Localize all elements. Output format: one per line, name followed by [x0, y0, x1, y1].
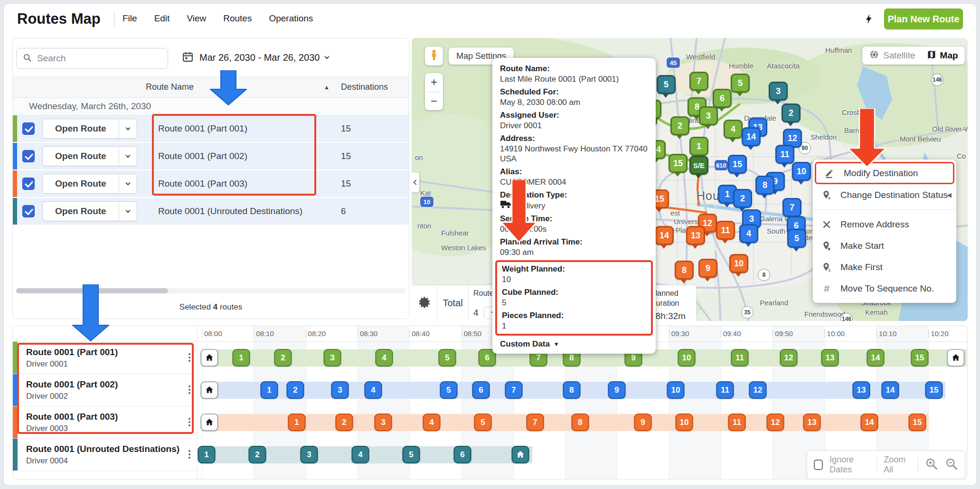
stop-home[interactable] [947, 349, 965, 367]
stop-4[interactable]: 4 [365, 381, 382, 399]
stop-15[interactable]: 15 [909, 414, 926, 431]
menu-item-change-destination-status[interactable]: sChange Destination Status◀ [813, 184, 956, 206]
map-marker-2[interactable]: 2 [670, 116, 689, 135]
horizontal-scrollbar[interactable] [16, 288, 405, 293]
open-route-button[interactable]: Open Route [43, 174, 119, 193]
stop-10[interactable]: 10 [678, 349, 696, 367]
plan-new-route-button[interactable]: Plan New Route [884, 9, 963, 29]
map-marker-4[interactable]: 4 [724, 120, 743, 139]
open-route-dropdown[interactable] [119, 119, 137, 138]
zoom-out-button[interactable]: − [425, 92, 443, 111]
map-marker-6[interactable]: 6 [713, 89, 732, 108]
menu-item-file[interactable]: File [122, 13, 137, 24]
menu-item-edit[interactable]: Edit [154, 13, 170, 24]
map-marker-2[interactable]: 2 [733, 189, 752, 208]
stop-11[interactable]: 11 [731, 349, 749, 367]
stop-5[interactable]: 5 [474, 414, 492, 431]
summary-settings-button[interactable] [412, 285, 437, 321]
stop-1[interactable]: 1 [261, 381, 278, 399]
map-marker-11[interactable]: 11 [716, 221, 735, 240]
stop-2[interactable]: 2 [336, 414, 353, 431]
map-marker-10[interactable]: 10 [792, 162, 811, 181]
timeline-route-item-1[interactable]: Route 0001 (Part 001)Driver 0001 [13, 342, 197, 374]
route-checkbox[interactable] [22, 122, 35, 135]
table-row[interactable]: Open RouteRoute 0001 (Part 002)15 [13, 143, 409, 170]
stop-13[interactable]: 13 [853, 381, 870, 399]
map-marker-3[interactable]: 3 [769, 82, 788, 101]
zoom-out-magnifier-icon[interactable] [945, 457, 958, 472]
map-marker-14[interactable]: 14 [655, 226, 674, 245]
stop-1[interactable]: 1 [233, 349, 250, 367]
menu-item-modify-destination[interactable]: Modify Destination [816, 163, 953, 183]
route-checkbox[interactable] [22, 150, 35, 162]
stop-11[interactable]: 11 [716, 381, 734, 399]
route-name-cell[interactable]: Route 0001 (Unrouted Destinations) [158, 206, 302, 216]
table-row[interactable]: Open RouteRoute 0001 (Part 001)15 [13, 115, 409, 143]
stop-5[interactable]: 5 [439, 349, 456, 367]
map-marker-5[interactable]: 5 [787, 229, 806, 248]
stop-2[interactable]: 2 [274, 349, 292, 367]
menu-item-move-to-sequence-no[interactable]: #Move To Sequence No. [813, 278, 956, 299]
table-row[interactable]: Open RouteRoute 0001 (Part 003)15 [13, 170, 409, 198]
stop-12[interactable]: 12 [767, 414, 784, 431]
stop-2[interactable]: 2 [249, 446, 266, 463]
stop-12[interactable]: 12 [749, 381, 767, 399]
open-route-button[interactable]: Open Route [43, 202, 119, 221]
stop-15[interactable]: 15 [925, 381, 943, 399]
menu-item-make-first[interactable]: 1Make First [813, 256, 956, 278]
map-marker-11[interactable]: 11 [775, 145, 794, 164]
date-range-picker[interactable]: Mar 26, 2030 - Mar 26, 2030 [182, 51, 329, 65]
kebab-menu-icon[interactable] [188, 353, 190, 362]
route-checkbox[interactable] [22, 178, 35, 190]
stop-6[interactable]: 6 [454, 446, 471, 463]
stop-4[interactable]: 4 [376, 349, 393, 367]
stop-15[interactable]: 15 [911, 349, 929, 367]
menu-item-operations[interactable]: Operations [269, 13, 313, 24]
map-marker-13[interactable]: 13 [686, 226, 705, 245]
stop-6[interactable]: 6 [472, 381, 490, 399]
timeline-route-item-2[interactable]: Route 0001 (Part 002)Driver 0002 [13, 374, 197, 406]
map-marker-10[interactable]: 10 [729, 254, 748, 273]
stop-home[interactable] [201, 381, 218, 399]
stop-13[interactable]: 13 [821, 349, 839, 367]
open-route-button[interactable]: Open Route [43, 119, 119, 138]
stop-14[interactable]: 14 [882, 381, 899, 399]
route-name-column-header[interactable]: Route Name [146, 82, 194, 92]
search-input[interactable]: Search [16, 48, 168, 69]
stop-3[interactable]: 3 [324, 349, 341, 367]
map-marker-14[interactable]: 14 [742, 127, 761, 146]
ignore-dates-checkbox[interactable] [814, 460, 823, 470]
stop-11[interactable]: 11 [728, 414, 746, 431]
stop-3[interactable]: 3 [301, 446, 318, 463]
zoom-in-button[interactable]: + [425, 73, 443, 92]
stop-4[interactable]: 4 [352, 446, 369, 463]
stop-8[interactable]: 8 [563, 381, 581, 399]
map-marker-5[interactable]: 5 [657, 75, 676, 94]
menu-item-routes[interactable]: Routes [223, 13, 252, 24]
stop-10[interactable]: 10 [676, 414, 693, 431]
map-marker-2[interactable]: 2 [782, 103, 801, 122]
map-marker-8[interactable]: 8 [755, 176, 774, 195]
map-marker-3[interactable]: 3 [699, 106, 718, 125]
open-route-dropdown[interactable] [119, 147, 137, 166]
stop-1[interactable]: 1 [288, 414, 306, 431]
map-marker-8[interactable]: 8 [675, 261, 694, 280]
stop-home[interactable] [512, 446, 529, 463]
stop-3[interactable]: 3 [375, 414, 392, 431]
kebab-menu-icon[interactable] [188, 418, 190, 426]
route-checkbox[interactable] [22, 205, 35, 217]
stop-9[interactable]: 9 [634, 414, 652, 431]
zoom-in-magnifier-icon[interactable] [925, 457, 938, 472]
custom-data-toggle[interactable]: Custom Data▼ [500, 339, 648, 349]
stop-13[interactable]: 13 [803, 414, 821, 431]
map-marker-15[interactable]: 15 [669, 154, 688, 173]
stop-home[interactable] [201, 414, 218, 431]
map-marker-7[interactable]: 7 [689, 72, 708, 91]
pegman-button[interactable] [425, 47, 443, 66]
map-marker-15[interactable]: 15 [728, 155, 747, 174]
stop-2[interactable]: 2 [287, 381, 304, 399]
map-marker-5[interactable]: 5 [731, 74, 750, 93]
stop-9[interactable]: 9 [608, 381, 626, 399]
satellite-toggle[interactable]: Satellite [869, 49, 915, 62]
map-toggle[interactable]: Map [927, 50, 958, 62]
